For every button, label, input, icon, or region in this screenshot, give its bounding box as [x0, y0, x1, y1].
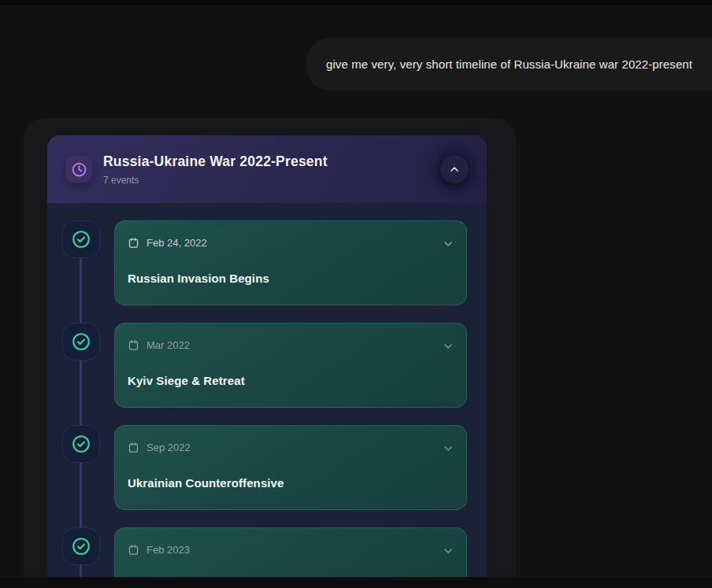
timeline-header: Russia-Ukraine War 2022-Present 7 events [47, 135, 487, 203]
event-date: Mar 2022 [146, 339, 190, 351]
chevron-down-icon[interactable] [442, 238, 454, 250]
check-circle-icon [71, 434, 91, 454]
timeline-event-card[interactable]: Feb 24, 2022 Russian Invasion Begins [114, 220, 467, 305]
event-date-row: Sep 2022 [128, 442, 454, 453]
event-date: Feb 2023 [146, 544, 190, 556]
timeline-event-count: 7 events [103, 175, 328, 186]
event-date: Feb 24, 2022 [146, 237, 207, 249]
event-title: Kyiv Siege & Retreat [128, 374, 454, 387]
timeline-title: Russia-Ukraine War 2022-Present [103, 153, 328, 170]
event-date-row: Feb 2023 [128, 544, 454, 556]
timeline-node [62, 527, 100, 565]
timeline-event-card[interactable]: Sep 2022 Ukrainian Counteroffensive [114, 425, 467, 510]
timeline-node [62, 323, 100, 361]
top-window-strip [0, 0, 712, 6]
timeline-connector-line [80, 239, 82, 577]
clock-icon [71, 161, 87, 178]
user-message-text: give me very, very short timeline of Rus… [326, 57, 692, 71]
check-circle-icon [71, 229, 91, 250]
event-date: Sep 2022 [146, 442, 191, 453]
timeline-node [62, 425, 100, 463]
event-title: Russian Invasion Begins [128, 272, 454, 285]
timeline-widget: Russia-Ukraine War 2022-Present 7 events [47, 135, 487, 577]
calendar-icon [128, 237, 139, 249]
calendar-icon [128, 544, 139, 556]
timeline-body: Feb 24, 2022 Russian Invasion Begins [47, 203, 487, 577]
chat-page: give me very, very short timeline of Rus… [0, 0, 712, 588]
timeline-header-icon-tile [65, 156, 92, 183]
event-title: Ukrainian Counteroffensive [128, 476, 454, 490]
collapse-button[interactable] [440, 155, 469, 183]
event-date-row: Mar 2022 [128, 339, 454, 351]
chevron-down-icon[interactable] [442, 442, 454, 455]
chevron-up-icon [448, 163, 461, 176]
check-circle-icon [71, 331, 91, 352]
chevron-down-icon[interactable] [442, 340, 454, 353]
timeline-node [62, 220, 100, 258]
check-circle-icon [71, 536, 91, 557]
calendar-icon [128, 442, 139, 453]
chevron-down-icon[interactable] [442, 545, 454, 557]
timeline-header-text: Russia-Ukraine War 2022-Present 7 events [103, 153, 328, 186]
event-date-row: Feb 24, 2022 [128, 237, 454, 249]
timeline-event-card[interactable]: Mar 2022 Kyiv Siege & Retreat [114, 323, 467, 408]
bottom-window-strip [0, 577, 712, 588]
user-message-bubble: give me very, very short timeline of Rus… [306, 38, 712, 91]
timeline-event-card[interactable]: Feb 2023 [114, 527, 467, 577]
calendar-icon [128, 339, 139, 351]
